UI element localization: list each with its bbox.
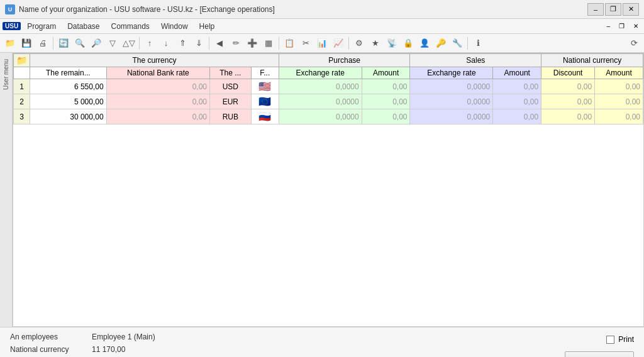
tb-lock[interactable]: 🔒 — [401, 36, 416, 51]
tb-down[interactable]: ↓ — [158, 36, 174, 51]
tb-gear[interactable]: 🔧 — [450, 36, 465, 51]
close-button[interactable]: ✕ — [623, 3, 639, 16]
row-index: 3 — [14, 109, 30, 124]
cell-sales-amount: 0,00 — [493, 109, 541, 124]
cell-sales-amount: 0,00 — [493, 79, 541, 94]
th-nbrate[interactable]: National Bank rate — [106, 67, 209, 79]
cell-discount: 0,00 — [541, 109, 595, 124]
tb-cut[interactable]: ✂ — [298, 36, 313, 51]
tb-chart2[interactable]: 📈 — [331, 36, 346, 51]
employees-value: Employee 1 (Main) — [92, 332, 155, 341]
tb-top[interactable]: ⇑ — [175, 36, 190, 51]
tb-key[interactable]: 🔑 — [433, 36, 448, 51]
data-table: 📁 The currency Purchase Sales National c… — [13, 53, 643, 124]
table-body: 1 6 550,00 0,00 USD 🇺🇸 0,0000 0,00 0,000… — [14, 79, 643, 124]
minimize-button[interactable]: – — [587, 3, 604, 16]
table-row[interactable]: 3 30 000,00 0,00 RUB 🇷🇺 0,0000 0,00 0,00… — [14, 109, 643, 124]
tb-copy[interactable]: 📋 — [282, 36, 297, 51]
tb-up[interactable]: ↑ — [142, 36, 157, 51]
menu-program[interactable]: Program — [22, 21, 61, 32]
folder-icon: 📁 — [16, 55, 27, 65]
tb-signal[interactable]: 📡 — [384, 36, 399, 51]
th-flag[interactable]: F... — [251, 67, 279, 79]
tb-star[interactable]: ★ — [368, 36, 383, 51]
th-nat-amount[interactable]: Amount — [595, 67, 643, 79]
menu-help[interactable]: Help — [194, 21, 220, 32]
cell-discount: 0,00 — [541, 79, 595, 94]
tb-add[interactable]: ➕ — [245, 36, 260, 51]
th-purchase-rate[interactable]: Exchange rate — [279, 67, 362, 79]
tb-left[interactable]: ◀ — [212, 36, 227, 51]
tb-search[interactable]: 🔍 — [72, 36, 87, 51]
cell-sales-rate: 0,0000 — [410, 109, 493, 124]
th-discount[interactable]: Discount — [541, 67, 595, 79]
tb-filter[interactable]: ▽ — [105, 36, 120, 51]
form-right: Print ✔ OK 🚫 The cancel — [565, 332, 634, 357]
tb-filter2[interactable]: △▽ — [121, 36, 136, 51]
menu-window[interactable]: Window — [156, 21, 193, 32]
tb-save[interactable]: 💾 — [19, 36, 34, 51]
toolbar: 📁 💾 🖨 🔄 🔍 🔎 ▽ △▽ ↑ ↓ ⇑ ⇓ ◀ ✏ ➕ ▦ 📋 ✂ 📊 📈… — [0, 34, 644, 53]
cell-remain: 5 000,00 — [30, 94, 107, 109]
print-checkbox[interactable] — [606, 336, 614, 344]
national-currency-row: National currency 11 170,00 — [10, 345, 552, 354]
tb-print[interactable]: 🖨 — [35, 36, 50, 51]
employees-row: An employees Employee 1 (Main) — [10, 332, 552, 341]
tb-zoom[interactable]: 🔎 — [89, 36, 104, 51]
bottom-form: An employees Employee 1 (Main) National … — [0, 327, 644, 357]
table-row[interactable]: 2 5 000,00 0,00 EUR 🇪🇺 0,0000 0,00 0,000… — [14, 94, 643, 109]
th-remain[interactable]: The remain... — [30, 67, 107, 79]
tb-open[interactable]: 📁 — [3, 36, 18, 51]
menu-close[interactable]: ✕ — [630, 21, 641, 31]
cell-nbrate: 0,00 — [106, 109, 209, 124]
cell-remain: 30 000,00 — [30, 109, 107, 124]
cell-flag: 🇪🇺 — [251, 94, 279, 109]
tb-refresh[interactable]: 🔄 — [56, 36, 71, 51]
th-sales: Sales — [410, 54, 541, 67]
menu-database[interactable]: Database — [62, 21, 104, 32]
cell-nat-amount: 0,00 — [595, 94, 643, 109]
cell-sales-rate: 0,0000 — [410, 79, 493, 94]
cell-sales-amount: 0,00 — [493, 94, 541, 109]
tb-back[interactable]: ⟳ — [626, 36, 641, 51]
restore-button[interactable]: ❐ — [605, 3, 621, 16]
cell-sales-rate: 0,0000 — [410, 94, 493, 109]
th-empty — [14, 67, 30, 79]
window-controls: – ❐ ✕ — [587, 3, 639, 16]
employees-label: An employees — [10, 332, 92, 341]
side-menu[interactable]: User menu — [0, 53, 13, 327]
th-the[interactable]: The ... — [209, 67, 251, 79]
tb-chart[interactable]: 📊 — [314, 36, 330, 51]
table-row[interactable]: 1 6 550,00 0,00 USD 🇺🇸 0,0000 0,00 0,000… — [14, 79, 643, 94]
th-sales-rate[interactable]: Exchange rate — [410, 67, 493, 79]
tb-bottom[interactable]: ⇓ — [191, 36, 206, 51]
tb-user[interactable]: 👤 — [417, 36, 432, 51]
tb-info[interactable]: ℹ — [470, 36, 486, 51]
tb-edit[interactable]: ✏ — [228, 36, 243, 51]
cell-nbrate: 0,00 — [106, 79, 209, 94]
title-bar: U Name of your organization - USU softwa… — [0, 0, 644, 19]
main-content: User menu 📁 The currency Purchase Sales … — [0, 53, 644, 327]
menu-commands[interactable]: Commands — [106, 21, 155, 32]
cell-currency-code: USD — [209, 79, 251, 94]
cell-nat-amount: 0,00 — [595, 109, 643, 124]
form-left: An employees Employee 1 (Main) National … — [10, 332, 552, 357]
folder-header: 📁 — [14, 54, 30, 67]
cell-purchase-rate: 0,0000 — [279, 94, 362, 109]
usu-logo: USU — [3, 22, 21, 30]
data-table-area: 📁 The currency Purchase Sales National c… — [13, 53, 644, 327]
tb-settings[interactable]: ⚙ — [352, 36, 367, 51]
cell-nbrate: 0,00 — [106, 94, 209, 109]
th-sales-amount[interactable]: Amount — [493, 67, 541, 79]
table-group-header: 📁 The currency Purchase Sales National c… — [14, 54, 643, 67]
window-title: Name of your organization - USU software… — [19, 5, 275, 14]
cell-flag: 🇷🇺 — [251, 109, 279, 124]
ok-button[interactable]: ✔ OK — [565, 351, 634, 357]
menu-restore[interactable]: ❐ — [616, 21, 628, 31]
print-label: Print — [618, 335, 634, 344]
cell-purchase-rate: 0,0000 — [279, 109, 362, 124]
tb-grid[interactable]: ▦ — [261, 36, 276, 51]
cell-currency-code: RUB — [209, 109, 251, 124]
th-purchase-amount[interactable]: Amount — [362, 67, 410, 79]
menu-minimize[interactable]: – — [603, 21, 613, 31]
